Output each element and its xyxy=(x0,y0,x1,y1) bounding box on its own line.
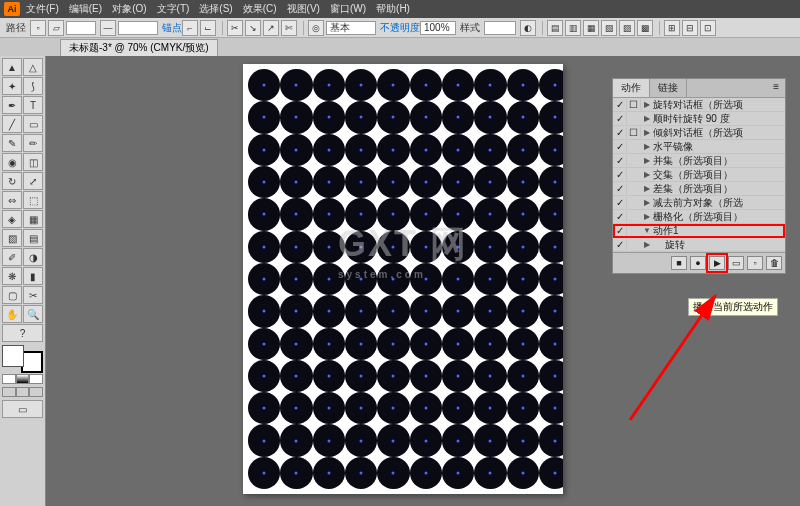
circle-object[interactable] xyxy=(442,166,474,198)
circle-object[interactable] xyxy=(507,295,539,327)
circle-object[interactable] xyxy=(280,424,312,456)
circle-object[interactable] xyxy=(280,457,312,489)
circle-object[interactable] xyxy=(248,328,280,360)
action-row[interactable]: ✓☐▶旋转对话框（所选项 xyxy=(613,98,785,112)
circle-object[interactable] xyxy=(280,198,312,230)
circle-object[interactable] xyxy=(474,231,506,263)
circle-object[interactable] xyxy=(248,263,280,295)
circle-object[interactable] xyxy=(313,392,345,424)
circle-object[interactable] xyxy=(539,263,563,295)
disclosure-icon[interactable]: ▶ xyxy=(641,142,653,151)
action-toggle-check[interactable]: ✓ xyxy=(613,211,627,222)
circle-object[interactable] xyxy=(377,231,409,263)
pencil-tool[interactable]: ✏ xyxy=(23,134,43,152)
circle-object[interactable] xyxy=(313,134,345,166)
circle-object[interactable] xyxy=(345,328,377,360)
action-toggle-check[interactable]: ✓ xyxy=(613,127,627,138)
circle-object[interactable] xyxy=(248,101,280,133)
circle-object[interactable] xyxy=(248,392,280,424)
circle-object[interactable] xyxy=(345,231,377,263)
circle-object[interactable] xyxy=(442,101,474,133)
circle-object[interactable] xyxy=(539,134,563,166)
circle-object[interactable] xyxy=(377,101,409,133)
menu-select[interactable]: 选择(S) xyxy=(199,2,232,16)
stroke-swatch[interactable]: ▱ xyxy=(48,20,64,36)
circle-object[interactable] xyxy=(280,295,312,327)
circle-object[interactable] xyxy=(345,295,377,327)
circle-object[interactable] xyxy=(248,424,280,456)
circle-object[interactable] xyxy=(410,134,442,166)
circle-object[interactable] xyxy=(410,166,442,198)
action-row[interactable]: ✓▶顺时针旋转 90 度 xyxy=(613,112,785,126)
disclosure-icon[interactable]: ▶ xyxy=(641,128,653,137)
anchor-convert-1[interactable]: ⌐ xyxy=(182,20,198,36)
circle-object[interactable] xyxy=(442,392,474,424)
align-m-icon[interactable]: ▨ xyxy=(619,20,635,36)
anchor-convert-2[interactable]: ⌙ xyxy=(200,20,216,36)
perspective-tool[interactable]: ▦ xyxy=(23,210,43,228)
action-toggle-check[interactable]: ✓ xyxy=(613,239,627,250)
rectangle-tool[interactable]: ▭ xyxy=(23,115,43,133)
circle-object[interactable] xyxy=(539,328,563,360)
artboard-tool[interactable]: ▢ xyxy=(2,286,22,304)
blob-brush-tool[interactable]: ◉ xyxy=(2,153,22,171)
stroke-weight-field[interactable] xyxy=(66,21,96,35)
circle-object[interactable] xyxy=(474,166,506,198)
circle-object[interactable] xyxy=(539,101,563,133)
opacity-field[interactable]: 100% xyxy=(420,21,456,35)
shape-builder-tool[interactable]: ◈ xyxy=(2,210,22,228)
draw-inside[interactable] xyxy=(29,387,43,397)
tab-actions[interactable]: 动作 xyxy=(613,79,650,97)
disclosure-icon[interactable]: ▼ xyxy=(641,226,653,235)
circle-object[interactable] xyxy=(248,198,280,230)
circle-object[interactable] xyxy=(474,134,506,166)
type-tool[interactable]: T xyxy=(23,96,43,114)
stroke-color[interactable] xyxy=(21,351,43,373)
fill-swatch[interactable]: ▫ xyxy=(30,20,46,36)
circle-object[interactable] xyxy=(345,392,377,424)
circle-object[interactable] xyxy=(345,69,377,101)
circle-object[interactable] xyxy=(248,231,280,263)
action-row[interactable]: ✓▶旋转 xyxy=(613,238,785,252)
action-row[interactable]: ✓▼动作1 xyxy=(613,224,785,238)
eyedropper-tool[interactable]: ✐ xyxy=(2,248,22,266)
circle-object[interactable] xyxy=(280,101,312,133)
circle-object[interactable] xyxy=(474,360,506,392)
circle-object[interactable] xyxy=(313,457,345,489)
color-mode-gradient[interactable] xyxy=(16,374,30,384)
circle-object[interactable] xyxy=(507,360,539,392)
circle-object[interactable] xyxy=(539,392,563,424)
circle-object[interactable] xyxy=(313,69,345,101)
action-row[interactable]: ✓▶并集（所选项目） xyxy=(613,154,785,168)
align-c-icon[interactable]: ▥ xyxy=(565,20,581,36)
circle-object[interactable] xyxy=(410,392,442,424)
circle-object[interactable] xyxy=(313,424,345,456)
action-toggle-check[interactable]: ✓ xyxy=(613,197,627,208)
menu-object[interactable]: 对象(O) xyxy=(112,2,146,16)
circle-object[interactable] xyxy=(345,134,377,166)
circle-object[interactable] xyxy=(507,231,539,263)
circle-object[interactable] xyxy=(345,424,377,456)
anchor-remove[interactable]: ✂ xyxy=(227,20,243,36)
menu-type[interactable]: 文字(T) xyxy=(157,2,190,16)
stop-button[interactable]: ■ xyxy=(671,256,687,270)
action-toggle-check[interactable]: ✓ xyxy=(613,141,627,152)
stroke-style[interactable]: — xyxy=(100,20,116,36)
color-mode-none[interactable] xyxy=(29,374,43,384)
mesh-tool[interactable]: ▧ xyxy=(2,229,22,247)
isolate-icon[interactable]: ◎ xyxy=(308,20,324,36)
align-b-icon[interactable]: ▩ xyxy=(637,20,653,36)
draw-behind[interactable] xyxy=(16,387,30,397)
symbol-sprayer-tool[interactable]: ❋ xyxy=(2,267,22,285)
align-l-icon[interactable]: ▤ xyxy=(547,20,563,36)
circle-object[interactable] xyxy=(442,424,474,456)
hand-tool[interactable]: ✋ xyxy=(2,305,22,323)
circle-object[interactable] xyxy=(442,263,474,295)
circle-object[interactable] xyxy=(442,134,474,166)
circle-object[interactable] xyxy=(410,328,442,360)
disclosure-icon[interactable]: ▶ xyxy=(641,240,653,249)
disclosure-icon[interactable]: ▶ xyxy=(641,198,653,207)
action-row[interactable]: ✓▶交集（所选项目） xyxy=(613,168,785,182)
selection-tool[interactable]: ▲ xyxy=(2,58,22,76)
circle-object[interactable] xyxy=(345,198,377,230)
